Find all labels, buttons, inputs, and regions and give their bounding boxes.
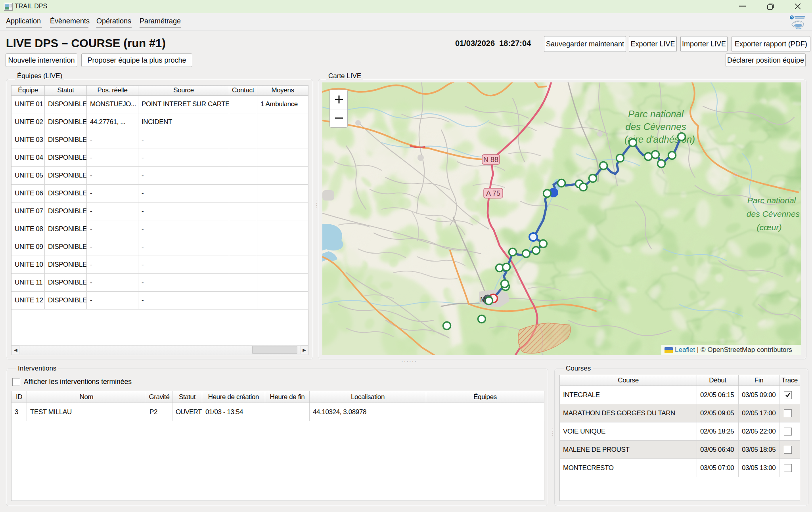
svg-text:(cœur): (cœur) <box>757 223 782 232</box>
svg-text:des Cévennes: des Cévennes <box>625 121 686 132</box>
svg-text:Parc national: Parc national <box>628 109 684 119</box>
svg-text:N 88: N 88 <box>483 156 498 164</box>
svg-text:des Cévennes: des Cévennes <box>747 209 800 218</box>
svg-text:A 75: A 75 <box>486 189 500 197</box>
svg-text:M: M <box>480 296 486 304</box>
svg-text:Parc national: Parc national <box>747 196 797 205</box>
